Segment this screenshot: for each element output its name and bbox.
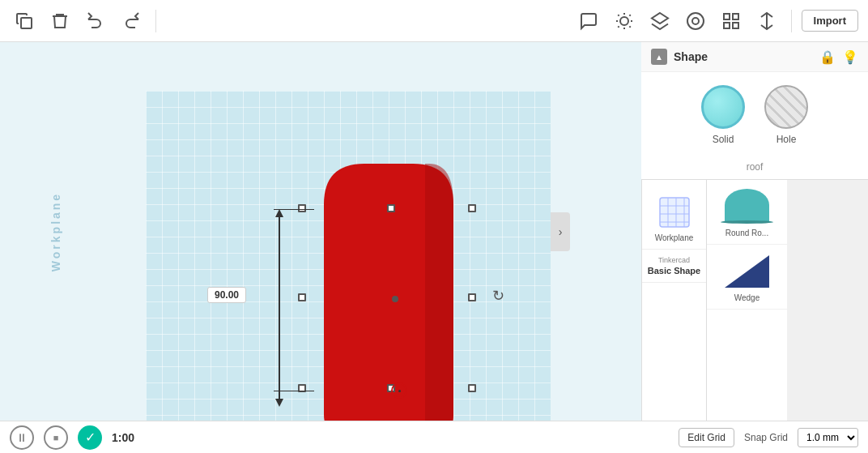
- grid-button[interactable]: [717, 6, 746, 36]
- shape-header: ▲ Shape 🔒 💡: [641, 42, 868, 72]
- hole-circle: [764, 85, 808, 129]
- svg-rect-7: [724, 23, 730, 28]
- chat-button[interactable]: [574, 6, 603, 36]
- snap-grid-label: Snap Grid: [744, 432, 788, 443]
- shape-header-icons: 🔒 💡: [819, 49, 858, 65]
- handle-bottom-right[interactable]: [468, 384, 476, 392]
- round-roof-label: Round Ro...: [725, 229, 768, 237]
- solid-option[interactable]: Solid: [701, 85, 745, 145]
- red-shape-svg: [300, 139, 478, 421]
- hole-option[interactable]: Hole: [764, 85, 808, 145]
- center-handle[interactable]: [392, 296, 398, 302]
- handle-top-center[interactable]: [387, 204, 395, 212]
- delete-button[interactable]: [45, 6, 74, 36]
- target-button[interactable]: [681, 6, 710, 36]
- wedge-item[interactable]: Wedge: [707, 245, 787, 310]
- solid-circle: [701, 85, 745, 129]
- dim-tick-top: [274, 209, 314, 210]
- handle-top-left[interactable]: [298, 204, 306, 212]
- pause-icon: ■: [53, 433, 59, 442]
- edit-grid-button[interactable]: Edit Grid: [679, 428, 734, 447]
- toolbar-separator-2: [791, 10, 792, 32]
- toolbar-separator-1: [155, 10, 156, 32]
- canvas-area[interactable]: Workplane ↻: [0, 42, 641, 421]
- handle-top-right[interactable]: [468, 204, 476, 212]
- side-panel: Workplane Tinkercad Basic Shape: [641, 180, 706, 421]
- lock-icon[interactable]: 🔒: [819, 49, 836, 65]
- check-button[interactable]: ✓: [78, 425, 102, 450]
- layer-button[interactable]: [645, 6, 674, 36]
- wedge-label: Wedge: [734, 293, 760, 302]
- snap-grid-select[interactable]: 1.0 mm 0.5 mm 2.0 mm: [798, 428, 858, 447]
- toolbar-right: Import: [574, 6, 858, 36]
- solid-label: Solid: [713, 134, 734, 145]
- svg-point-4: [692, 18, 699, 24]
- shape-panel: ▲ Shape 🔒 💡 Solid Hole roof: [641, 42, 868, 180]
- bottom-right: Edit Grid Snap Grid 1.0 mm 0.5 mm 2.0 mm: [679, 428, 858, 447]
- redo-button[interactable]: [117, 6, 146, 36]
- stop-icon: ⏸: [16, 431, 28, 444]
- red-shape-container[interactable]: [300, 139, 478, 421]
- svg-rect-5: [724, 14, 730, 19]
- handle-mid-right[interactable]: [468, 293, 476, 301]
- copy-button[interactable]: [10, 6, 39, 36]
- round-roof-shape: [725, 189, 769, 221]
- import-button[interactable]: Import: [802, 10, 858, 32]
- workplane-icon: [655, 193, 694, 232]
- wedge-shape: [725, 255, 769, 288]
- basic-shape-label: Basic Shape: [645, 266, 703, 276]
- roof-label: roof: [641, 158, 868, 179]
- light-button[interactable]: [610, 6, 639, 36]
- dimension-label: 90.00: [207, 287, 246, 303]
- svg-point-1: [620, 17, 628, 25]
- svg-marker-2: [652, 13, 668, 24]
- round-roof-thumb: [723, 186, 772, 227]
- svg-rect-0: [21, 18, 32, 28]
- panel-collapse-button[interactable]: ›: [551, 212, 570, 251]
- dimension-vertical: [275, 209, 283, 407]
- svg-rect-6: [733, 14, 738, 19]
- shapes-library: Round Ro... Wedge: [706, 180, 787, 421]
- undo-button[interactable]: [81, 6, 110, 36]
- workplane-label: Workplane: [49, 191, 62, 271]
- main-content: Workplane ↻: [0, 42, 868, 421]
- bottom-bar: ⏸ ■ ✓ 1:00 Edit Grid Snap Grid 1.0 mm 0.…: [0, 421, 868, 453]
- shape-options: Solid Hole: [641, 72, 868, 158]
- tinkercad-section: Tinkercad Basic Shape: [642, 250, 706, 283]
- stop-button[interactable]: ⏸: [10, 425, 34, 450]
- timer-label: 1:00: [112, 431, 134, 444]
- svg-rect-8: [733, 23, 738, 28]
- hole-label: Hole: [777, 134, 797, 145]
- check-icon: ✓: [85, 429, 96, 445]
- cursor-bottom: [391, 382, 407, 399]
- pause-button[interactable]: ■: [44, 425, 68, 450]
- bulb-icon[interactable]: 💡: [842, 49, 858, 65]
- side-content: Workplane Tinkercad Basic Shape: [641, 180, 868, 421]
- handle-mid-left[interactable]: [298, 293, 306, 301]
- svg-rect-9: [660, 198, 689, 227]
- shape-title: Shape: [674, 50, 813, 63]
- round-roof-item[interactable]: Round Ro...: [707, 180, 787, 245]
- panel-area: ▲ Shape 🔒 💡 Solid Hole roof: [641, 42, 868, 421]
- mirror-button[interactable]: [752, 6, 781, 36]
- shape-collapse-button[interactable]: ▲: [651, 49, 667, 65]
- wedge-thumb: [723, 251, 772, 292]
- workplane-button[interactable]: Workplane: [642, 186, 706, 250]
- workplane-label: Workplane: [655, 233, 694, 242]
- svg-point-3: [687, 13, 704, 29]
- rotate-handle[interactable]: ↻: [492, 287, 504, 305]
- top-toolbar: Import: [0, 0, 868, 42]
- tinkercad-label: Tinkercad: [645, 256, 703, 264]
- dim-tick-bottom: [274, 391, 314, 391]
